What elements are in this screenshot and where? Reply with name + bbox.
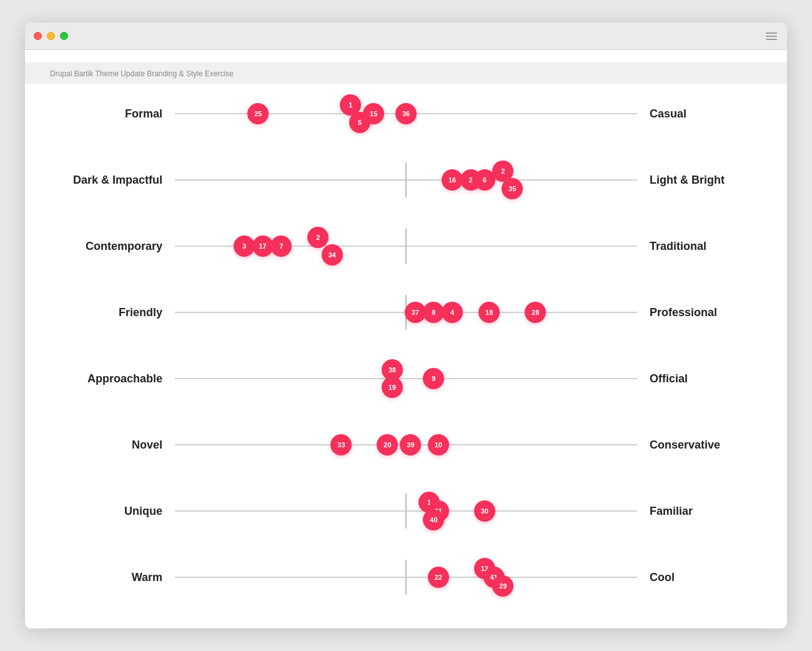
track-formal-casual: 25151536: [175, 96, 637, 131]
track-warm-cool: 22124129: [175, 560, 637, 595]
dot-friendly-professional-2: 4: [442, 302, 463, 323]
label-right-novel-conservative: Conservative: [637, 439, 750, 452]
dot-novel-conservative-1: 20: [377, 434, 398, 455]
breadcrumb-bar: Drupal Bartik Theme Update Branding & St…: [25, 62, 787, 84]
label-right-approachable-official: Official: [637, 372, 750, 385]
label-left-contemporary-traditional: Contemporary: [62, 240, 175, 253]
breadcrumb: Drupal Bartik Theme Update Branding & St…: [50, 69, 234, 78]
dot-novel-conservative-0: 33: [330, 434, 352, 455]
track-approachable-official: 38199: [175, 361, 637, 396]
label-right-unique-familiar: Familiar: [637, 505, 750, 518]
dot-unique-familiar-2: 40: [423, 509, 444, 530]
track-midline: [405, 560, 407, 595]
dot-novel-conservative-3: 10: [428, 434, 449, 455]
dot-unique-familiar-3: 30: [474, 500, 495, 522]
label-left-approachable-official: Approachable: [62, 372, 175, 385]
traffic-lights: [34, 32, 68, 40]
label-left-unique-familiar: Unique: [62, 505, 175, 518]
label-right-friendly-professional: Professional: [637, 306, 750, 319]
dot-formal-casual-3: 15: [363, 103, 384, 124]
label-right-dark-light: Light & Bright: [637, 174, 750, 187]
track-contemporary-traditional: 3177234: [175, 229, 637, 264]
scale-row-friendly-professional: Friendly37841828Professional: [62, 295, 750, 330]
scale-row-novel-conservative: Novel33203910Conservative: [62, 427, 750, 462]
label-left-novel-conservative: Novel: [62, 439, 175, 452]
track-dark-light: 1626235: [175, 162, 637, 197]
dot-approachable-official-2: 9: [423, 368, 444, 389]
scale-row-contemporary-traditional: Contemporary3177234Traditional: [62, 229, 750, 264]
title-bar: [25, 22, 787, 50]
dot-formal-casual-0: 25: [247, 103, 269, 124]
dot-friendly-professional-4: 28: [525, 302, 546, 323]
track-unique-familiar: 1214030: [175, 494, 637, 529]
app-window: Drupal Bartik Theme Update Branding & St…: [25, 22, 787, 629]
dot-approachable-official-1: 19: [382, 377, 403, 398]
main-content: Drupal Bartik Theme Update Branding & St…: [25, 50, 787, 629]
dot-contemporary-traditional-3: 2: [307, 227, 329, 248]
label-left-formal-casual: Formal: [62, 107, 175, 121]
maximize-button[interactable]: [60, 32, 68, 40]
dot-novel-conservative-2: 39: [400, 434, 421, 455]
track-novel-conservative: 33203910: [175, 427, 637, 462]
dot-warm-cool-0: 22: [428, 567, 449, 588]
dot-friendly-professional-3: 18: [478, 302, 500, 323]
label-left-dark-light: Dark & Impactful: [62, 174, 175, 187]
scale-row-approachable-official: Approachable38199Official: [62, 361, 750, 396]
dot-warm-cool-3: 29: [492, 575, 513, 597]
scale-row-formal-casual: Formal25151536Casual: [62, 96, 750, 131]
dot-dark-light-4: 35: [502, 178, 523, 199]
label-left-friendly-professional: Friendly: [62, 306, 175, 319]
scale-row-warm-cool: Warm22124129Cool: [62, 560, 750, 595]
label-right-warm-cool: Cool: [637, 571, 750, 584]
menu-button[interactable]: [766, 32, 777, 40]
scale-row-unique-familiar: Unique1214030Familiar: [62, 494, 750, 529]
label-right-contemporary-traditional: Traditional: [637, 240, 750, 253]
scale-row-dark-light: Dark & Impactful1626235Light & Bright: [62, 162, 750, 197]
track-midline: [405, 162, 407, 197]
label-left-warm-cool: Warm: [62, 571, 175, 584]
track-midline: [405, 494, 407, 529]
minimize-button[interactable]: [47, 32, 55, 40]
track-friendly-professional: 37841828: [175, 295, 637, 330]
track-line: [175, 378, 637, 379]
dot-formal-casual-4: 36: [395, 103, 417, 124]
label-right-formal-casual: Casual: [637, 107, 750, 121]
chart-area: Formal25151536CasualDark & Impactful1626…: [25, 90, 787, 629]
dot-contemporary-traditional-4: 34: [322, 244, 343, 266]
dot-contemporary-traditional-2: 7: [270, 236, 292, 257]
close-button[interactable]: [34, 32, 42, 40]
track-midline: [405, 229, 407, 264]
